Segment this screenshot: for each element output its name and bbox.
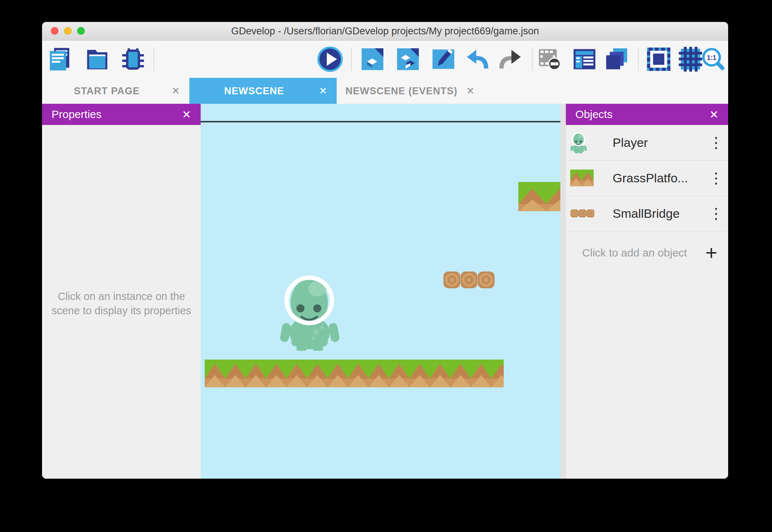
tab-label: NEWSCENE (189, 86, 319, 97)
object-name: Player (613, 136, 704, 150)
small-bridge-instance[interactable] (443, 271, 495, 289)
gdevelop-window: GDevelop - /Users/florian/GDevelop proje… (42, 22, 728, 479)
properties-panel-header: Properties ✕ (42, 104, 201, 125)
tab-label: NEWSCENE (EVENTS) (337, 86, 466, 97)
layers-icon[interactable] (604, 47, 629, 72)
tab-bar: START PAGE ✕ NEWSCENE ✕ NEWSCENE (EVENTS… (42, 78, 728, 104)
grass-platform-instance[interactable] (518, 182, 560, 211)
tab-label: START PAGE (42, 86, 171, 97)
zoom-window-button[interactable] (77, 27, 85, 35)
objects-panel: Objects ✕ (566, 104, 728, 479)
zoom-ratio-label: 1:1 (707, 54, 716, 61)
object-menu-icon[interactable]: ⋮ (704, 135, 728, 150)
add-object-button[interactable]: Click to add an object + (566, 231, 728, 274)
tab-newscene[interactable]: NEWSCENE ✕ (189, 78, 337, 104)
undo-icon[interactable] (465, 47, 489, 72)
new-project-icon[interactable] (48, 47, 72, 72)
properties-panel-title: Properties (52, 108, 182, 121)
scene-top-border (201, 121, 560, 122)
plus-icon: + (695, 243, 728, 263)
object-name: SmallBridge (613, 206, 704, 221)
grass-platform-thumbnail-icon (566, 170, 613, 186)
scene-canvas[interactable] (201, 104, 560, 479)
player-instance[interactable] (280, 273, 340, 351)
properties-empty-message: Click on an instance on the scene to dis… (47, 289, 196, 318)
instances-list-icon[interactable] (572, 47, 597, 72)
small-bridge-thumbnail-icon (566, 209, 613, 218)
play-preview-icon[interactable] (317, 46, 343, 72)
close-window-button[interactable] (51, 27, 58, 35)
properties-panel: Properties ✕ Click on an instance on the… (42, 104, 201, 479)
edit-objects-icon[interactable] (396, 47, 420, 72)
close-properties-icon[interactable]: ✕ (182, 108, 191, 121)
open-project-icon[interactable] (85, 47, 110, 72)
toggle-window-mask-icon[interactable] (646, 47, 671, 72)
player-thumbnail-icon (566, 132, 613, 153)
traffic-lights (51, 27, 85, 35)
object-row-smallbridge[interactable]: SmallBridge ⋮ (566, 196, 728, 231)
close-tab-icon[interactable]: ✕ (171, 85, 180, 97)
toggle-mask-icon[interactable] (537, 47, 562, 72)
tab-start-page[interactable]: START PAGE ✕ (42, 78, 189, 104)
toolbar-separator (351, 48, 352, 71)
toolbar-separator (638, 48, 639, 71)
objects-panel-title: Objects (575, 108, 709, 121)
debugger-icon[interactable] (121, 47, 145, 72)
close-tab-icon[interactable]: ✕ (466, 85, 474, 97)
title-bar: GDevelop - /Users/florian/GDevelop proje… (42, 22, 728, 41)
object-name: GrassPlatfo... (613, 171, 704, 185)
add-object-label: Click to add an object (566, 247, 695, 259)
toggle-grid-icon[interactable] (678, 47, 703, 72)
minimize-window-button[interactable] (64, 27, 72, 35)
edit-scene-icon[interactable] (360, 47, 385, 72)
object-menu-icon[interactable]: ⋮ (704, 206, 728, 221)
object-row-grassplatform[interactable]: GrassPlatfo... ⋮ (566, 160, 728, 196)
toolbar-separator (532, 48, 533, 71)
zoom-1-1-icon[interactable]: 1:1 (701, 47, 726, 72)
redo-icon[interactable] (498, 47, 523, 72)
main-toolbar: 1:1 (42, 41, 728, 78)
object-row-player[interactable]: Player ⋮ (566, 125, 728, 160)
tab-newscene-events[interactable]: NEWSCENE (EVENTS) ✕ (337, 78, 484, 104)
close-objects-icon[interactable]: ✕ (709, 108, 719, 121)
close-tab-icon[interactable]: ✕ (319, 85, 327, 97)
main-area: Properties ✕ Click on an instance on the… (42, 104, 728, 479)
objects-panel-header: Objects ✕ (566, 104, 728, 125)
object-menu-icon[interactable]: ⋮ (704, 171, 728, 185)
toolbar-separator (154, 48, 154, 71)
window-title: GDevelop - /Users/florian/GDevelop proje… (231, 26, 539, 37)
grass-platform-instance[interactable] (205, 360, 504, 387)
edit-scene-properties-icon[interactable] (431, 47, 456, 72)
